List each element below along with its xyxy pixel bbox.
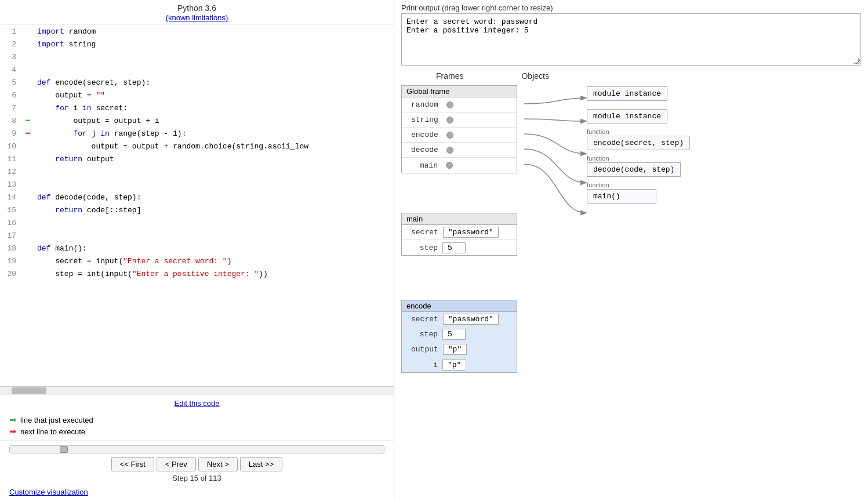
line-code: [35, 50, 394, 63]
line-arrow: [21, 204, 35, 216]
line-code: step = int(input("Enter a positive integ…: [35, 267, 394, 280]
line-code: [35, 229, 394, 242]
obj-main-func-label: function: [587, 181, 726, 188]
frame-var-random: random: [402, 99, 443, 110]
legend-green-arrow-icon: ➡: [9, 415, 17, 425]
frame-dot-encode: [446, 132, 453, 139]
line-code: [35, 216, 394, 229]
line-code: output = output + i: [35, 114, 394, 127]
table-row: 12: [0, 165, 394, 178]
table-row: 5 def encode(secret, step):: [0, 76, 394, 89]
line-code: return output: [35, 153, 394, 165]
line-num: 8: [0, 114, 21, 127]
right-panel: Print output (drag lower right corner to…: [394, 0, 868, 501]
code-horizontal-scrollbar[interactable]: [0, 386, 394, 394]
line-code: [35, 63, 394, 76]
line-arrow: [21, 140, 35, 153]
next-button[interactable]: Next >: [198, 457, 238, 471]
line-num: 9: [0, 127, 21, 140]
frame-var-main-secret: secret: [402, 227, 443, 238]
resize-handle-icon[interactable]: [854, 58, 859, 64]
frames-label: Frames: [436, 71, 463, 81]
scrollbar-thumb[interactable]: [12, 387, 46, 394]
line-arrow: [21, 242, 35, 255]
global-frame-box: Global frame random string encode: [401, 85, 517, 173]
frame-dot-random: [446, 101, 453, 108]
table-row: 2 import string: [0, 38, 394, 50]
line-arrow: [21, 267, 35, 280]
line-arrow-green: ➡: [21, 114, 35, 127]
table-row: 11 return output: [0, 153, 394, 165]
line-code: import string: [35, 38, 394, 50]
line-num: 17: [0, 229, 21, 242]
prev-button[interactable]: < Prev: [157, 457, 196, 471]
encode-frame-box: encode secret "password" step 5 output "…: [401, 300, 517, 373]
table-row: 7 for i in secret:: [0, 101, 394, 114]
obj-encode-func-label: function: [587, 128, 726, 135]
line-code: def encode(secret, step):: [35, 76, 394, 89]
customize-visualization-link[interactable]: Customize visualization: [9, 488, 88, 496]
line-num: 3: [0, 50, 21, 63]
line-num: 5: [0, 76, 21, 89]
legend-red-label: next line to execute: [20, 427, 85, 436]
line-code: import random: [35, 25, 394, 38]
step-slider-thumb[interactable]: [60, 446, 68, 453]
line-num: 1: [0, 25, 21, 38]
obj-main-box: main(): [587, 189, 656, 204]
last-button[interactable]: Last >>: [240, 457, 282, 471]
obj-random-box: module instance: [587, 86, 667, 101]
line-arrow: [21, 191, 35, 204]
line-num: 12: [0, 165, 21, 178]
objects-section: module instance module instance function…: [587, 85, 726, 207]
line-arrow: [21, 89, 35, 101]
frames-objects-header: Frames Objects: [401, 71, 861, 81]
legend-red-row: ➡ next line to execute: [9, 426, 384, 437]
line-arrow: [21, 25, 35, 38]
step-slider[interactable]: [9, 445, 384, 453]
line-num: 18: [0, 242, 21, 255]
line-arrow: [21, 216, 35, 229]
line-num: 13: [0, 178, 21, 191]
frame-row-encode-step: step 5: [402, 327, 517, 342]
code-table: 1 import random 2 import string 3: [0, 25, 394, 280]
frame-val-encode-step: 5: [442, 329, 466, 340]
frame-val-encode-output: "p": [443, 344, 467, 355]
known-limitations-link[interactable]: (known limitations): [166, 13, 228, 22]
frame-var-encode-i: i: [402, 360, 442, 371]
obj-decode-box: decode(code, step): [587, 162, 681, 177]
edit-code-link[interactable]: Edit this code: [174, 399, 219, 408]
line-num: 15: [0, 204, 21, 216]
table-row: 1 import random: [0, 25, 394, 38]
frame-row-string: string: [402, 112, 517, 128]
line-code: for i in secret:: [35, 101, 394, 114]
line-arrow: [21, 165, 35, 178]
table-row: 16: [0, 216, 394, 229]
line-arrow: [21, 153, 35, 165]
frame-row-main-secret: secret "password": [402, 225, 517, 240]
line-code: [35, 178, 394, 191]
visualization-container: Global frame random string encode: [401, 85, 861, 387]
encode-frame-section: encode secret "password" step 5 output "…: [401, 300, 564, 379]
obj-string-box: module instance: [587, 109, 667, 124]
legend-green-row: ➡ line that just executed: [9, 415, 384, 425]
frame-var-main: main: [402, 160, 442, 171]
obj-random: module instance: [587, 86, 726, 101]
line-num: 14: [0, 191, 21, 204]
frame-val-main-step: 5: [442, 242, 466, 253]
table-row: 9 ➡ for j in range(step - 1):: [0, 127, 394, 140]
main-frame-title: main: [402, 213, 517, 225]
frame-dot-decode: [446, 147, 453, 154]
frame-dot-string: [446, 117, 453, 124]
obj-decode: function decode(code, step): [587, 155, 726, 177]
legend-red-arrow-icon: ➡: [9, 426, 17, 437]
line-arrow: [21, 255, 35, 267]
table-row: 20 step = int(input("Enter a positive in…: [0, 267, 394, 280]
frame-val-encode-secret: "password": [443, 314, 499, 325]
encode-frame-title: encode: [402, 300, 517, 312]
frame-var-main-step: step: [402, 242, 442, 253]
line-code: output = "": [35, 89, 394, 101]
first-button[interactable]: << First: [111, 457, 154, 471]
frame-row-random: random: [402, 97, 517, 112]
obj-encode: function encode(secret, step): [587, 128, 726, 150]
frames-objects-area: Frames Objects Global frame random strin…: [394, 71, 868, 501]
